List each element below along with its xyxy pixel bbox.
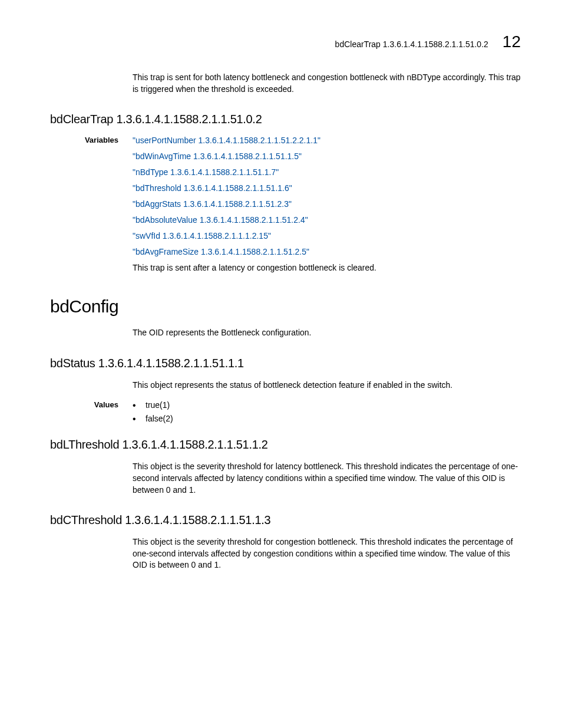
heading-bdcleartrap: bdClearTrap 1.3.6.1.4.1.1588.2.1.1.51.0.… (50, 113, 521, 126)
values-body: true(1) false(2) (133, 400, 521, 438)
variable-link[interactable]: "nBdType 1.3.6.1.4.1.1588.2.1.1.51.1.7" (133, 167, 279, 177)
bdconfig-desc: The OID represents the Bottleneck config… (133, 327, 521, 339)
heading-bdcthreshold: bdCThreshold 1.3.6.1.4.1.1588.2.1.1.51.1… (50, 513, 521, 527)
variable-link[interactable]: "swVfId 1.3.6.1.4.1.1588.2.1.1.1.2.15" (133, 231, 271, 241)
variables-block: Variables "userPortNumber 1.3.6.1.4.1.15… (50, 136, 521, 279)
variable-link[interactable]: "bdAvgFrameSize 1.3.6.1.4.1.1588.2.1.1.5… (133, 247, 309, 256)
bdcthreshold-desc: This object is the severity threshold fo… (133, 536, 521, 571)
values-block: Values true(1) false(2) (50, 400, 521, 438)
variable-link[interactable]: "bdAggrStats 1.3.6.1.4.1.1588.2.1.1.51.2… (133, 199, 292, 209)
heading-bdstatus: bdStatus 1.3.6.1.4.1.1588.2.1.1.51.1.1 (50, 357, 521, 370)
value-item: true(1) (133, 400, 521, 410)
variable-link[interactable]: "bdWinAvgTime 1.3.6.1.4.1.1588.2.1.1.51.… (133, 151, 302, 161)
variables-label: Variables (50, 136, 133, 279)
heading-bdlthreshold: bdLThreshold 1.3.6.1.4.1.1588.2.1.1.51.1… (50, 438, 521, 452)
variable-link[interactable]: "bdAbsoluteValue 1.3.6.1.4.1.1588.2.1.1.… (133, 215, 308, 225)
heading-bdconfig: bdConfig (50, 297, 521, 317)
page-header: bdClearTrap 1.3.6.1.4.1.1588.2.1.1.51.0.… (50, 32, 521, 51)
bdstatus-desc: This object represents the status of bot… (133, 380, 521, 391)
page-number: 12 (503, 32, 521, 51)
bdlthreshold-desc: This object is the severity threshold fo… (133, 461, 521, 496)
intro-paragraph: This trap is sent for both latency bottl… (133, 72, 521, 95)
variables-trailing-text: This trap is sent after a latency or con… (133, 263, 521, 272)
variables-body: "userPortNumber 1.3.6.1.4.1.1588.2.1.1.5… (133, 136, 521, 279)
variable-link[interactable]: "userPortNumber 1.3.6.1.4.1.1588.2.1.1.5… (133, 136, 320, 145)
values-list: true(1) false(2) (133, 400, 521, 423)
page-container: bdClearTrap 1.3.6.1.4.1.1588.2.1.1.51.0.… (0, 0, 562, 621)
header-title: bdClearTrap 1.3.6.1.4.1.1588.2.1.1.51.0.… (335, 39, 488, 49)
values-label: Values (50, 400, 133, 438)
variable-link[interactable]: "bdThreshold 1.3.6.1.4.1.1588.2.1.1.51.1… (133, 183, 292, 193)
value-item: false(2) (133, 414, 521, 423)
